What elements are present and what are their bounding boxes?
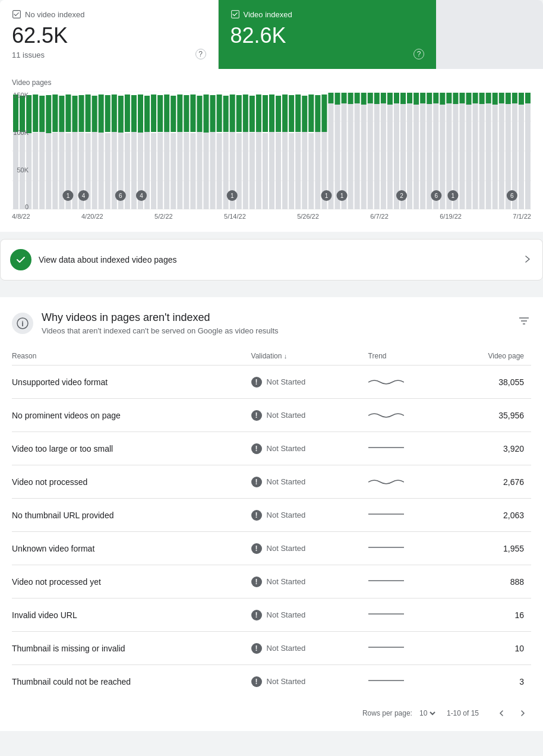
svg-rect-44 [256, 132, 261, 209]
not-started-icon [251, 410, 262, 421]
no-video-issues: 11 issues [12, 51, 206, 59]
svg-rect-119 [230, 94, 235, 132]
svg-rect-51 [302, 132, 307, 209]
sort-icon: ↓ [284, 352, 288, 360]
svg-rect-159 [493, 93, 498, 105]
svg-rect-80 [493, 105, 498, 209]
svg-text:4: 4 [140, 193, 143, 199]
svg-rect-107 [151, 94, 156, 132]
section-divider [0, 288, 543, 297]
y-label-150k: 150K [7, 92, 29, 99]
svg-rect-43 [250, 133, 255, 209]
svg-rect-41 [236, 133, 242, 209]
table-row[interactable]: Video not processed Not Started 2,676 [12, 465, 531, 499]
next-page-button[interactable] [514, 705, 531, 722]
filter-icon[interactable] [517, 311, 531, 330]
reason-cell: Video too large or too small [12, 432, 251, 465]
validation-text: Not Started [267, 677, 306, 686]
svg-rect-45 [263, 133, 268, 209]
table-row[interactable]: Invalid video URL Not Started 16 [12, 598, 531, 632]
table-row[interactable]: Video too large or too small Not Started… [12, 432, 531, 465]
svg-rect-42 [243, 132, 248, 209]
no-video-label: No video indexed [25, 10, 84, 19]
svg-rect-48 [282, 132, 288, 209]
table-row[interactable]: Thumbnail is missing or invalid Not Star… [12, 632, 531, 665]
svg-rect-146 [407, 93, 412, 103]
chart-x-labels: 4/8/22 4/20/22 5/2/22 5/14/22 5/26/22 6/… [12, 210, 531, 220]
svg-rect-106 [144, 96, 150, 132]
validation-text: Not Started [267, 577, 306, 586]
table-row[interactable]: Unsupported video format Not Started 38,… [12, 366, 531, 399]
prev-page-button[interactable] [493, 705, 510, 722]
svg-rect-148 [420, 93, 425, 103]
table-row[interactable]: Video not processed yet Not Started 888 [12, 565, 531, 598]
validation-cell: Not Started [251, 632, 368, 665]
reason-cell: No prominent videos on page [12, 399, 251, 432]
svg-rect-60 [361, 105, 367, 209]
rows-label: Rows per page: [362, 709, 412, 717]
reason-cell: Video not processed yet [12, 565, 251, 598]
svg-rect-141 [374, 93, 380, 104]
svg-rect-122 [250, 96, 255, 132]
svg-rect-98 [92, 96, 97, 132]
not-started-icon [251, 443, 262, 454]
y-label-0: 0 [7, 203, 29, 210]
view-data-text: View data about indexed video pages [39, 255, 176, 264]
not-started-icon [251, 543, 262, 554]
svg-rect-143 [387, 93, 393, 105]
not-started-icon [251, 643, 262, 654]
table-row[interactable]: Thumbnail could not be reached Not Start… [12, 665, 531, 698]
x-label-7: 6/19/22 [440, 213, 462, 220]
validation-cell: Not Started [251, 499, 368, 532]
svg-rect-78 [479, 104, 485, 209]
green-check-icon [10, 249, 31, 270]
svg-rect-91 [46, 95, 51, 133]
svg-rect-94 [65, 94, 71, 132]
col-video-page: Video page [449, 347, 531, 366]
why-header: i Why videos in pages aren't indexed Vid… [12, 311, 531, 335]
svg-rect-140 [368, 93, 373, 103]
not-started-icon [251, 577, 262, 587]
svg-rect-129 [295, 94, 301, 132]
trend-cell [368, 532, 450, 565]
trend-cell [368, 665, 450, 698]
validation-text: Not Started [267, 444, 306, 453]
svg-text:1: 1 [231, 193, 234, 199]
svg-rect-112 [184, 95, 189, 132]
svg-rect-75 [459, 103, 465, 209]
pagination: Rows per page: 10 25 50 1-10 of 15 [12, 698, 531, 731]
validation-cell: Not Started [251, 665, 368, 698]
video-indexed-check: Video indexed [231, 10, 425, 19]
svg-rect-147 [413, 93, 419, 105]
validation-text: Not Started [267, 544, 306, 553]
svg-rect-108 [157, 95, 163, 132]
not-started-icon [251, 510, 262, 521]
view-data-link[interactable]: View data about indexed video pages [0, 239, 543, 281]
table-row[interactable]: No thumbnail URL provided Not Started 2,… [12, 499, 531, 532]
no-video-card: No video indexed 62.5K 11 issues ? [0, 0, 219, 69]
validation-text: Not Started [267, 644, 306, 653]
svg-rect-38 [217, 133, 222, 209]
svg-rect-50 [295, 133, 301, 209]
reason-cell: Invalid video URL [12, 598, 251, 632]
svg-rect-126 [276, 96, 281, 132]
video-page-count: 16 [449, 598, 531, 632]
validation-cell: Not Started [251, 532, 368, 565]
no-video-help-icon[interactable]: ? [195, 49, 206, 59]
svg-rect-70 [427, 104, 432, 209]
rows-select[interactable]: 10 25 50 [417, 708, 437, 718]
table-row[interactable]: No prominent videos on page Not Started … [12, 399, 531, 432]
svg-rect-93 [59, 96, 64, 132]
col-validation: Validation ↓ [251, 347, 368, 366]
pagination-range: 1-10 of 15 [447, 709, 479, 717]
no-video-value: 62.5K [12, 23, 206, 48]
table-row[interactable]: Unknown video format Not Started 1,955 [12, 532, 531, 565]
svg-rect-144 [394, 93, 399, 103]
svg-rect-103 [125, 94, 130, 132]
video-indexed-help-icon[interactable]: ? [413, 49, 424, 59]
svg-rect-92 [52, 94, 58, 132]
validation-text: Not Started [267, 610, 306, 619]
svg-rect-47 [276, 133, 281, 209]
video-page-count: 3,920 [449, 432, 531, 465]
svg-rect-61 [368, 103, 373, 209]
